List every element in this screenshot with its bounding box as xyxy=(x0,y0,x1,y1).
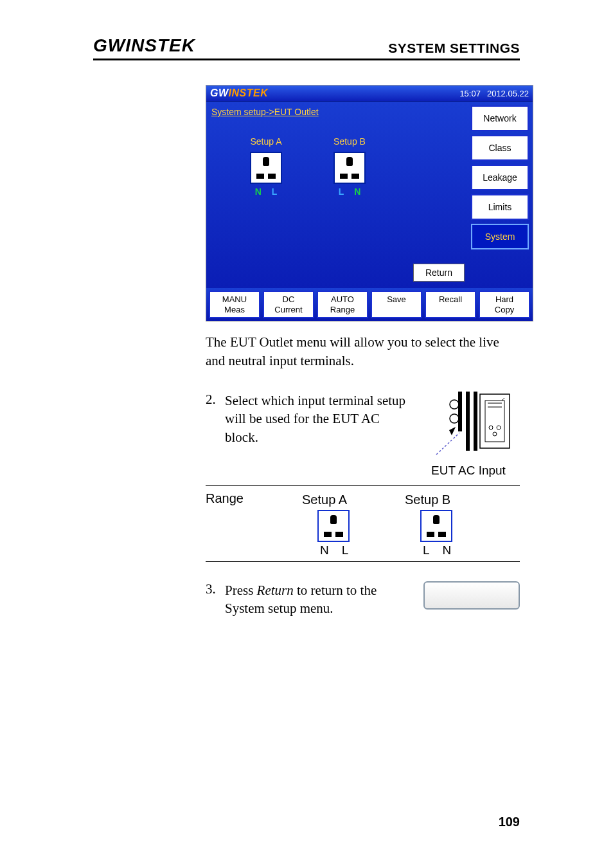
side-leakage-button[interactable]: Leakage xyxy=(471,165,529,190)
bottom-recall-button[interactable]: Recall xyxy=(425,291,476,318)
range-col-a: Setup A NL xyxy=(302,491,405,559)
step-number: 2. xyxy=(206,392,225,408)
device-logo: GWINSTEK xyxy=(210,87,268,99)
svg-rect-3 xyxy=(458,392,462,431)
bottom-hardcopy-button[interactable]: HardCopy xyxy=(479,291,530,318)
eut-ac-input-icon xyxy=(423,392,513,462)
terminal-n: N xyxy=(255,186,262,197)
terminal-l: L xyxy=(339,186,344,197)
device-date: 2012.05.22 xyxy=(487,89,529,98)
softkey-button[interactable] xyxy=(423,581,520,610)
step-3: 3. Press Return to return to the System … xyxy=(206,581,520,618)
side-system-button[interactable]: System xyxy=(471,224,529,249)
range-table: Range Setup A NL Setup B LN xyxy=(206,485,520,562)
setup-a[interactable]: Setup A N L xyxy=(250,136,282,197)
eut-caption: EUT AC Input xyxy=(417,464,520,478)
return-button[interactable]: Return xyxy=(413,264,465,282)
step-text: Select which input terminal setup will b… xyxy=(225,392,417,446)
device-screenshot: GWINSTEK 15:07 2012.05.22 System setup->… xyxy=(206,85,533,321)
terminal-n: N xyxy=(354,186,360,197)
bottom-manu-button[interactable]: MANUMeas xyxy=(209,291,260,318)
paragraph: The EUT Outlet menu will allow you to se… xyxy=(206,333,520,370)
svg-point-7 xyxy=(489,426,493,429)
plug-icon xyxy=(317,510,350,542)
range-label: Range xyxy=(206,491,302,559)
terminal-l: L xyxy=(272,186,278,197)
bottom-save-button[interactable]: Save xyxy=(371,291,422,318)
step-2: 2. Select which input terminal setup wil… xyxy=(206,392,520,478)
svg-point-9 xyxy=(493,432,497,436)
section-title: SYSTEM SETTINGS xyxy=(388,41,520,56)
plug-icon xyxy=(250,152,282,184)
plug-icon xyxy=(333,152,366,184)
page-number: 109 xyxy=(499,815,520,829)
step-number: 3. xyxy=(206,581,225,597)
device-titlebar: GWINSTEK 15:07 2012.05.22 xyxy=(206,86,533,102)
side-limits-button[interactable]: Limits xyxy=(471,194,529,220)
svg-rect-2 xyxy=(466,392,470,451)
setup-a-label: Setup A xyxy=(250,136,282,147)
side-buttons: Network Class Leakage Limits System xyxy=(471,102,533,288)
svg-point-8 xyxy=(497,426,501,429)
svg-rect-0 xyxy=(480,394,510,448)
side-class-button[interactable]: Class xyxy=(471,135,529,161)
bottom-auto-button[interactable]: AUTORange xyxy=(317,291,368,318)
step-text: Press Return to return to the System set… xyxy=(225,581,417,618)
svg-point-4 xyxy=(450,400,459,409)
page-header: GWINSTEK SYSTEM SETTINGS xyxy=(93,35,520,60)
setup-b-label: Setup B xyxy=(333,136,366,147)
device-time: 15:07 xyxy=(459,89,481,98)
side-network-button[interactable]: Network xyxy=(471,105,529,131)
plug-icon xyxy=(420,510,452,542)
device-main: System setup->EUT Outlet Setup A N L xyxy=(206,102,471,288)
svg-rect-1 xyxy=(474,392,477,451)
brand-logo: GWINSTEK xyxy=(93,35,195,56)
svg-point-5 xyxy=(450,414,459,423)
setup-b[interactable]: Setup B L N xyxy=(333,136,366,197)
range-col-b: Setup B LN xyxy=(405,491,508,559)
breadcrumb: System setup->EUT Outlet xyxy=(211,107,466,117)
bottom-dc-button[interactable]: DCCurrent xyxy=(263,291,314,318)
bottom-bar: MANUMeas DCCurrent AUTORange Save Recall… xyxy=(206,288,533,321)
